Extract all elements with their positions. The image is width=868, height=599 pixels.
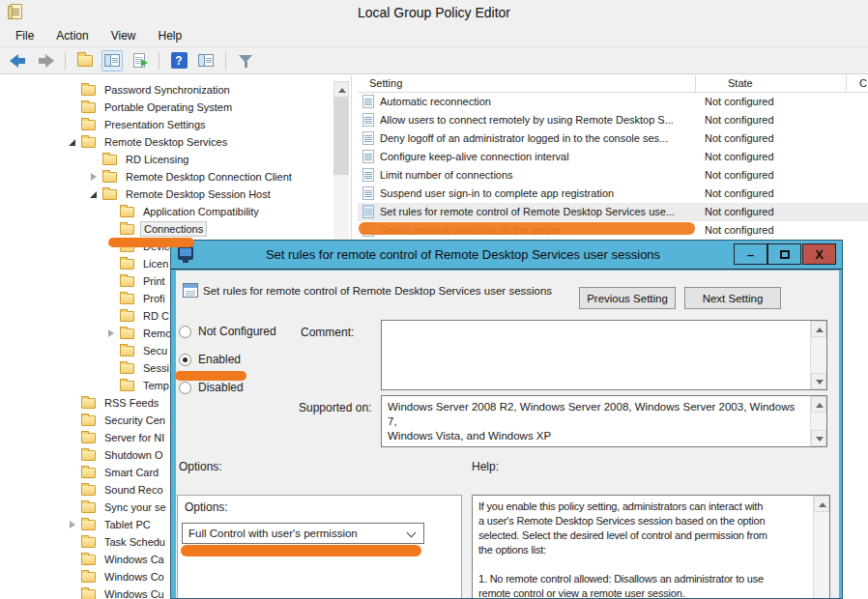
next-setting-button[interactable]: Next Setting <box>684 287 781 309</box>
folder-icon <box>102 155 117 165</box>
tree-item[interactable]: RD Licensing <box>0 151 350 168</box>
filter-icon[interactable] <box>235 50 256 71</box>
column-header-state[interactable]: State <box>728 77 753 89</box>
dialog-title: Set rules for remote control of Remote D… <box>210 247 716 262</box>
tree-item[interactable]: Application Compatibility <box>0 203 350 220</box>
back-icon[interactable] <box>8 50 29 71</box>
menu-help[interactable]: Help <box>157 27 185 44</box>
tree-item-label: Profi <box>140 292 168 305</box>
tree-item[interactable]: Password Synchronization <box>0 81 350 99</box>
radio-button-icon[interactable] <box>179 382 191 394</box>
radio-button-icon[interactable] <box>179 326 191 338</box>
setting-row[interactable]: Limit number of connectionsNot configure… <box>358 166 868 185</box>
tree-item-label: Password Synchronization <box>101 83 233 97</box>
menu-view[interactable]: View <box>109 27 138 44</box>
tree-item[interactable]: Presentation Settings <box>0 116 350 133</box>
tree-item-label: Tablet PC <box>101 518 154 531</box>
list-header: Setting State C <box>358 75 868 93</box>
folder-icon <box>120 224 134 235</box>
setting-row[interactable]: Suspend user sign-in to complete app reg… <box>358 185 868 203</box>
main-titlebar[interactable]: Local Group Policy Editor <box>0 0 868 24</box>
tree-item[interactable]: Remote Desktop Connection Client <box>0 168 350 185</box>
folder-icon <box>120 363 134 374</box>
folder-icon <box>81 555 96 565</box>
export-list-icon[interactable] <box>129 50 150 71</box>
tree-item-label: Sync your se <box>101 500 169 514</box>
local-group-policy-editor-window: Local Group Policy Editor File Action Vi… <box>0 0 868 599</box>
setting-row[interactable]: Select network detection on the serverNo… <box>358 221 868 240</box>
column-divider[interactable] <box>846 75 847 93</box>
help-icon[interactable]: ? <box>168 50 189 71</box>
supported-scrollbar[interactable] <box>810 396 826 446</box>
up-folder-icon[interactable] <box>74 50 96 71</box>
tree-item-label: Application Compatibility <box>140 205 262 218</box>
radio-option-disabled[interactable]: Disabled <box>179 380 244 395</box>
close-button[interactable]: X <box>802 243 836 265</box>
expand-arrow-icon[interactable] <box>108 329 114 337</box>
folder-icon <box>102 189 117 200</box>
radio-option-not-configured[interactable]: Not Configured <box>179 324 276 339</box>
folder-icon <box>81 485 96 496</box>
comment-field[interactable] <box>381 320 827 390</box>
scroll-up-button[interactable] <box>814 496 829 512</box>
dialog-titlebar[interactable]: Set rules for remote control of Remote D… <box>171 241 842 270</box>
tree-item[interactable]: Portable Operating System <box>0 99 350 116</box>
column-header-setting[interactable]: Setting <box>369 77 402 89</box>
setting-state: Not configured <box>705 151 774 162</box>
scroll-up-button[interactable] <box>333 81 349 98</box>
folder-icon <box>120 346 134 357</box>
maximize-button[interactable] <box>767 243 801 265</box>
radio-option-enabled[interactable]: Enabled <box>179 352 241 367</box>
expand-arrow-icon[interactable] <box>91 173 97 181</box>
tree-item[interactable]: Connections <box>0 220 350 238</box>
setting-row[interactable]: Deny logoff of an administrator logged i… <box>358 129 868 148</box>
help-text-field[interactable]: If you enable this policy setting, admin… <box>472 495 830 599</box>
tree-item-label: Temp <box>140 379 172 392</box>
column-header-comment[interactable]: C <box>859 77 867 89</box>
folder-icon <box>81 85 96 96</box>
minimize-button[interactable]: – <box>734 243 767 265</box>
tree-item-label: Sound Reco <box>101 483 166 497</box>
tree-item-label: Security Cen <box>101 414 168 427</box>
comment-scrollbar[interactable] <box>810 321 826 389</box>
action-pane-icon[interactable] <box>195 50 217 71</box>
tree-item-label: Remote Desktop Connection Client <box>123 170 295 184</box>
folder-icon <box>120 311 134 322</box>
scroll-down-button[interactable] <box>811 430 826 446</box>
folder-icon <box>81 450 96 461</box>
setting-row[interactable]: Automatic reconnectionNot configured <box>358 93 868 111</box>
scroll-down-button[interactable] <box>811 373 826 389</box>
menu-file[interactable]: File <box>14 27 36 44</box>
supported-on-field[interactable]: Windows Server 2008 R2, Windows Server 2… <box>381 395 827 447</box>
collapse-arrow-icon[interactable] <box>90 191 97 198</box>
column-divider[interactable] <box>695 75 696 93</box>
window-title: Local Group Policy Editor <box>0 5 868 20</box>
tree-item[interactable]: Remote Desktop Services <box>0 133 350 151</box>
folder-icon <box>81 589 96 599</box>
menu-action[interactable]: Action <box>54 27 90 44</box>
policy-document-icon <box>362 205 374 218</box>
setting-row[interactable]: Configure keep-alive connection interval… <box>358 148 868 166</box>
maximize-icon <box>780 250 790 259</box>
scroll-up-button[interactable] <box>811 321 826 337</box>
scroll-up-button[interactable] <box>811 396 826 413</box>
tree-item-label: RSS Feeds <box>101 396 161 410</box>
setting-state: Not configured <box>705 206 774 217</box>
scrollbar-thumb[interactable] <box>333 98 349 175</box>
folder-icon <box>81 415 96 426</box>
console-tree-icon[interactable] <box>101 50 123 71</box>
tree-item[interactable]: Remote Desktop Session Host <box>0 185 350 203</box>
radio-button-icon[interactable] <box>179 354 191 366</box>
previous-setting-button[interactable]: Previous Setting <box>579 287 676 309</box>
setting-state: Not configured <box>705 224 774 236</box>
policy-setting-dialog: Set rules for remote control of Remote D… <box>170 240 843 599</box>
collapse-arrow-icon[interactable] <box>69 139 75 146</box>
control-level-dropdown[interactable]: Full Control with user's permission <box>182 523 424 544</box>
forward-icon[interactable] <box>35 50 56 71</box>
tree-item-label: Secu <box>140 344 170 357</box>
expand-arrow-icon[interactable] <box>70 521 75 528</box>
options-group-label: Options: <box>185 500 228 514</box>
help-scrollbar[interactable] <box>813 496 829 599</box>
setting-row[interactable]: Set rules for remote control of Remote D… <box>358 203 868 221</box>
setting-row[interactable]: Allow users to connect remotely by using… <box>358 111 868 129</box>
